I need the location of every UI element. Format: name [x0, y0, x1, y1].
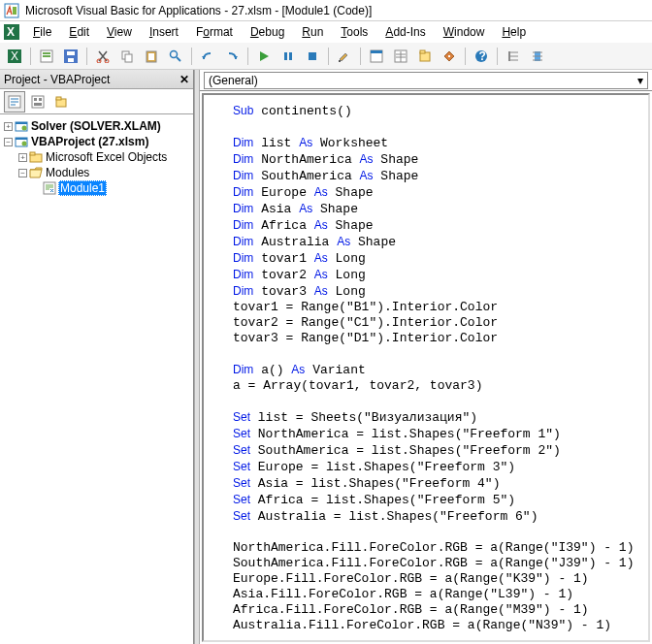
svg-rect-8 [43, 55, 50, 57]
toggle-folders-button[interactable] [50, 91, 72, 113]
menu-help[interactable]: Help [494, 23, 534, 41]
toolbar: X ? [0, 43, 652, 70]
project-icon [15, 119, 28, 133]
svg-text:?: ? [479, 49, 486, 63]
view-code-button[interactable] [4, 91, 25, 113]
project-explorer-button[interactable] [366, 46, 387, 67]
dropdown-value: (General) [209, 74, 258, 87]
reset-button[interactable] [302, 46, 323, 67]
tree-node-module1[interactable]: Module1 [2, 180, 191, 196]
svg-rect-45 [39, 98, 42, 101]
insert-button[interactable] [36, 46, 57, 67]
menu-bar: X File Edit View Insert Format Debug Run… [0, 21, 652, 43]
svg-rect-56 [30, 152, 35, 155]
save-button[interactable] [60, 46, 82, 67]
tree-node-solver[interactable]: + Solver (SOLVER.XLAM) [2, 118, 191, 134]
ln-col-button[interactable] [503, 46, 524, 67]
expand-icon[interactable]: + [4, 122, 13, 131]
menu-debug[interactable]: Debug [243, 23, 292, 41]
object-dropdown[interactable]: (General) ▾ [204, 72, 648, 89]
svg-rect-46 [34, 103, 42, 106]
window-title: Microsoft Visual Basic for Applications … [25, 4, 372, 17]
svg-point-18 [171, 50, 178, 57]
menu-tools[interactable]: Tools [333, 23, 375, 41]
menu-file[interactable]: File [25, 23, 59, 41]
code-dropdown-bar: (General) ▾ [200, 70, 652, 91]
svg-rect-53 [16, 138, 27, 140]
svg-rect-22 [309, 52, 316, 60]
module-icon [43, 181, 56, 195]
svg-rect-57 [44, 182, 55, 194]
code-editor[interactable]: Sub continents() Dim list As Worksheet D… [202, 93, 650, 642]
tree-node-modules[interactable]: − Modules [2, 165, 191, 180]
svg-rect-21 [289, 52, 292, 60]
menu-addins[interactable]: Add-Ins [377, 23, 433, 41]
svg-rect-23 [339, 60, 341, 62]
object-browser-button[interactable] [414, 46, 436, 67]
collapse-icon[interactable]: − [18, 169, 27, 177]
project-tree[interactable]: + Solver (SOLVER.XLAM) − VBAProject (27.… [0, 114, 193, 644]
paste-button[interactable] [141, 46, 162, 67]
toolbox-button[interactable] [439, 46, 460, 67]
title-bar: Microsoft Visual Basic for Applications … [0, 0, 652, 21]
tree-label: VBAProject (27.xlsm) [30, 135, 149, 148]
menu-edit[interactable]: Edit [61, 23, 97, 41]
view-object-button[interactable] [27, 91, 49, 113]
svg-rect-50 [16, 122, 27, 124]
redo-button[interactable] [221, 46, 243, 67]
svg-text:X: X [7, 25, 15, 39]
tree-label: Microsoft Excel Objects [45, 150, 168, 164]
tree-node-vbaproject[interactable]: − VBAProject (27.xlsm) [2, 134, 191, 149]
svg-rect-7 [43, 52, 50, 54]
svg-rect-25 [371, 50, 382, 53]
tree-label: Modules [45, 166, 90, 179]
svg-rect-48 [56, 97, 61, 100]
bookmark-button[interactable] [527, 46, 548, 67]
menu-window[interactable]: Window [436, 23, 493, 41]
menu-run[interactable]: Run [294, 23, 331, 41]
tree-label: Module1 [58, 180, 107, 196]
project-icon [15, 135, 28, 148]
tree-label: Solver (SOLVER.XLAM) [30, 119, 162, 133]
svg-point-51 [22, 126, 27, 131]
cut-button[interactable] [92, 46, 114, 67]
menu-view[interactable]: View [99, 23, 140, 41]
help-button[interactable]: ? [471, 46, 492, 67]
svg-rect-44 [34, 98, 37, 101]
tree-node-excel-objects[interactable]: + Microsoft Excel Objects [2, 149, 191, 165]
project-panel-header: Project - VBAProject ✕ [0, 70, 193, 89]
run-button[interactable] [253, 46, 275, 67]
svg-rect-10 [67, 51, 75, 55]
svg-point-54 [22, 142, 27, 146]
excel-icon[interactable]: X [4, 24, 19, 40]
svg-rect-17 [148, 53, 154, 60]
svg-line-19 [177, 57, 180, 61]
collapse-icon[interactable]: − [4, 138, 13, 146]
copy-button[interactable] [116, 46, 138, 67]
svg-rect-20 [284, 52, 287, 60]
vba-app-icon [4, 3, 19, 18]
undo-button[interactable] [197, 46, 218, 67]
project-panel-title: Project - VBAProject [4, 73, 110, 86]
svg-rect-43 [32, 96, 44, 108]
svg-rect-28 [420, 50, 425, 53]
menu-insert[interactable]: Insert [142, 23, 186, 41]
folder-open-icon [29, 166, 43, 179]
folder-icon [29, 150, 43, 164]
code-text[interactable]: Sub continents() Dim list As Worksheet D… [233, 103, 640, 642]
svg-rect-1 [13, 7, 16, 15]
svg-rect-11 [68, 58, 74, 62]
properties-button[interactable] [390, 46, 411, 67]
svg-rect-15 [125, 54, 132, 62]
break-button[interactable] [277, 46, 299, 67]
code-area: (General) ▾ Sub continents() Dim list As… [200, 70, 652, 644]
close-icon[interactable]: ✕ [179, 73, 189, 86]
view-excel-button[interactable]: X [4, 46, 25, 67]
chevron-down-icon: ▾ [637, 74, 643, 87]
design-mode-button[interactable] [334, 46, 355, 67]
find-button[interactable] [165, 46, 186, 67]
menu-format[interactable]: Format [188, 23, 241, 41]
project-explorer: Project - VBAProject ✕ + Solver (SOLVER.… [0, 70, 194, 644]
project-panel-toolbar [0, 89, 193, 114]
expand-icon[interactable]: + [18, 153, 27, 162]
